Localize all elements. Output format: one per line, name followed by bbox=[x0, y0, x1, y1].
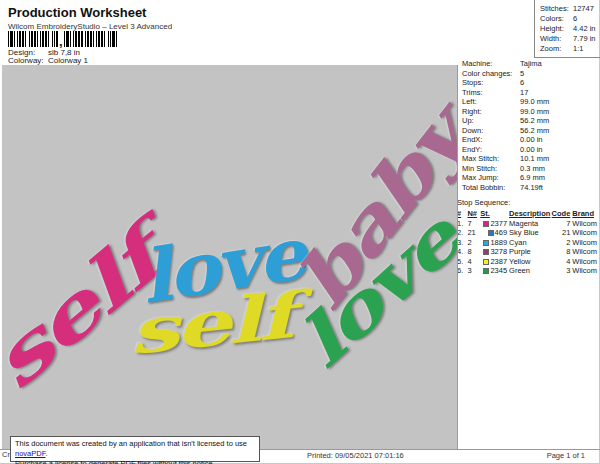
notice-line1-period: . bbox=[45, 449, 47, 458]
table-row: 1. 7 2377 Magenta 7 Wilcom bbox=[457, 219, 598, 229]
barcode-bars-right bbox=[64, 31, 117, 47]
stop-sequence-header-row: # N# St. Description Code Brand bbox=[457, 209, 598, 219]
novapdf-link[interactable]: novaPDF bbox=[15, 449, 45, 458]
stat-zoom: Zoom:1:1 bbox=[540, 44, 600, 54]
machine-row: Total Bobbin:74.19ft bbox=[462, 183, 598, 193]
app-subtitle: Wilcom EmbroideryStudio – Level 3 Advanc… bbox=[8, 22, 172, 31]
machine-row: Color changes:5 bbox=[462, 69, 598, 79]
notice-text-line1: This document was created by an applicat… bbox=[15, 439, 247, 448]
table-row: 5. 4 2387 Yellow 4 Wilcom bbox=[457, 257, 598, 267]
col-header-code: Code bbox=[552, 209, 573, 219]
machine-row: Up:56.2 mm bbox=[462, 116, 598, 126]
col-header-stitches: St. bbox=[480, 209, 509, 219]
page-title: Production Worksheet bbox=[8, 5, 146, 20]
col-header-num: # bbox=[457, 209, 467, 219]
thread-color-swatch bbox=[483, 259, 489, 265]
stat-colors: Colors:6 bbox=[540, 14, 600, 24]
thread-color-swatch bbox=[483, 240, 489, 246]
machine-settings-panel: Machine:Tajima Color changes:5 Stops:6 T… bbox=[462, 59, 598, 192]
machine-row: Stops:6 bbox=[462, 78, 598, 88]
machine-row: EndX:0.00 in bbox=[462, 135, 598, 145]
colorway-row: Colorway:Colorway 1 bbox=[8, 56, 88, 65]
col-header-description: Description bbox=[509, 209, 552, 219]
novapdf-license-notice: This document was created by an applicat… bbox=[10, 436, 260, 462]
machine-row: Max Jump:6.9 mm bbox=[462, 173, 598, 183]
worksheet-page: Production Worksheet Wilcom EmbroiderySt… bbox=[0, 0, 600, 464]
machine-row: Left:99.0 mm bbox=[462, 97, 598, 107]
machine-row: Trims:17 bbox=[462, 88, 598, 98]
barcode-bars-left bbox=[8, 31, 58, 47]
col-header-brand: Brand bbox=[572, 209, 598, 219]
stat-width: Width:7.79 in bbox=[540, 34, 600, 44]
stop-sequence-section: Stop Sequence: # N# St. Description Code… bbox=[457, 198, 598, 276]
machine-row: Machine:Tajima bbox=[462, 59, 598, 69]
printed-timestamp: Printed: 09/05/2021 07:01:16 bbox=[307, 451, 404, 460]
stop-sequence-title: Stop Sequence: bbox=[457, 198, 598, 208]
design-stats-box: Stitches:12747 Colors:6 Height:4.42 in W… bbox=[534, 0, 600, 58]
machine-row: Right:99.0 mm bbox=[462, 107, 598, 117]
table-row: 2. 21 469 Sky Blue 21 Wilcom bbox=[457, 228, 598, 238]
col-header-needle: N# bbox=[467, 209, 480, 219]
stat-height: Height:4.42 in bbox=[540, 24, 600, 34]
table-row: 3. 2 1889 Cyan 2 Wilcom bbox=[457, 238, 598, 248]
stop-sequence-table: # N# St. Description Code Brand 1. 7 237… bbox=[457, 209, 598, 276]
thread-color-swatch bbox=[488, 230, 494, 236]
table-row: 6. 3 2345 Green 3 Wilcom bbox=[457, 266, 598, 276]
embroidery-design-canvas: self love baby self love bbox=[2, 65, 458, 449]
stat-stitches: Stitches:12747 bbox=[540, 4, 600, 14]
colorway-label: Colorway: bbox=[8, 56, 48, 65]
table-row: 4. 8 3278 Purple 8 Wilcom bbox=[457, 247, 598, 257]
page-number: Page 1 of 1 bbox=[547, 451, 585, 460]
machine-row: Down:56.2 mm bbox=[462, 126, 598, 136]
notice-text-line2: Purchase a license to generate PDF files… bbox=[15, 459, 215, 464]
machine-row: Min Stitch:0.3 mm bbox=[462, 164, 598, 174]
thread-color-swatch bbox=[483, 249, 489, 255]
thread-color-swatch bbox=[483, 221, 489, 227]
created-text-fragment: Cr bbox=[2, 450, 10, 459]
barcode: , bbox=[8, 31, 117, 47]
embroidery-word-self-2: self bbox=[125, 279, 295, 369]
colorway-value: Colorway 1 bbox=[48, 56, 88, 65]
thread-color-swatch bbox=[483, 268, 489, 274]
machine-row: Max Stitch:10.1 mm bbox=[462, 154, 598, 164]
machine-row: EndY:0.00 in bbox=[462, 145, 598, 155]
